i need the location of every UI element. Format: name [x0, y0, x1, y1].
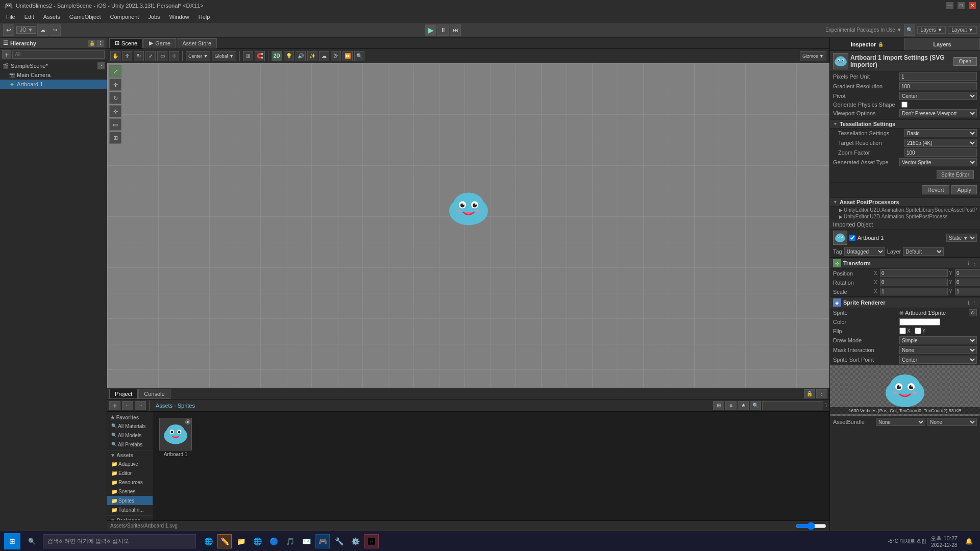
menu-assets[interactable]: Assets [39, 13, 64, 21]
hierarchy-more-icon[interactable]: ⋮ [96, 40, 104, 47]
bottom-tab-console[interactable]: Console [138, 389, 170, 399]
menu-help[interactable]: Help [194, 13, 214, 21]
taskbar-cortana[interactable]: 🌐 [201, 534, 215, 548]
project-search-input[interactable] [762, 401, 823, 410]
taskbar-app4[interactable]: 🔵 [266, 534, 281, 548]
pixels-per-unit-value[interactable] [899, 72, 977, 81]
proj-item-all-models[interactable]: 🔍 All Models [107, 431, 153, 440]
tab-asset-store[interactable]: Asset Store [177, 38, 217, 48]
tab-game[interactable]: ▶ Game [143, 38, 176, 48]
flip-x-label[interactable]: X [899, 328, 911, 334]
flip-x-checkbox[interactable] [899, 328, 906, 334]
proj-item-all-materials[interactable]: 🔍 All Materials [107, 421, 153, 431]
maximize-button[interactable]: □ [958, 2, 965, 9]
asset-post-item-1[interactable]: ▶ UnityEditor.U2D.Animation.SpriteLibrar… [830, 207, 980, 213]
rot-x-input[interactable] [880, 279, 948, 286]
pivot-select[interactable]: Center [899, 92, 977, 100]
scene-move-btn[interactable]: ✛ [122, 51, 132, 61]
scene-fog-btn[interactable]: 🌫 [331, 51, 341, 61]
generated-asset-select[interactable]: Vector Sprite [899, 158, 977, 166]
transform-info-btn[interactable]: ℹ [968, 261, 970, 266]
project-nav-back[interactable]: ← [122, 401, 133, 410]
cloud-button[interactable]: ☁ [37, 24, 48, 36]
proj-item-editor[interactable]: 📁 Editor [107, 468, 153, 478]
hier-item-samplescene[interactable]: 🎬 SampleScene* ⋮ [0, 61, 107, 70]
close-button[interactable]: ✕ [969, 2, 976, 9]
layers-tab[interactable]: Layers [905, 38, 980, 51]
scene-view[interactable]: ⤢ ✛ ↻ ⊹ ▭ ⊞ [107, 63, 829, 388]
draw-mode-select[interactable]: Simple [899, 336, 977, 344]
taskbar-app5[interactable]: 🎵 [283, 534, 297, 548]
scene-anim-btn[interactable]: ⏩ [342, 51, 353, 61]
scene-skybox-btn[interactable]: ☁ [319, 51, 329, 61]
proj-item-sprites[interactable]: 📁 Sprites [107, 496, 153, 505]
gradient-res-value[interactable] [899, 82, 977, 90]
scene-rotate-btn[interactable]: ↻ [134, 51, 144, 61]
taskbar-app2[interactable]: 📁 [234, 534, 248, 548]
bottom-tab-project[interactable]: Project [109, 389, 138, 399]
hier-item-maincamera[interactable]: 📷 Main Camera [0, 70, 107, 80]
scene-search-scene-btn[interactable]: 🔍 [354, 51, 364, 61]
taskbar-search-btn[interactable]: 🔍 [23, 533, 40, 549]
sprite-sort-point-value[interactable]: Center [899, 356, 977, 364]
breadcrumb-sprites[interactable]: Sprites [178, 403, 195, 409]
draw-mode-value[interactable]: Simple [899, 336, 977, 344]
scene-scale-btn[interactable]: ⤢ [145, 51, 156, 61]
taskbar-app6[interactable]: ✉️ [299, 534, 313, 548]
revert-button[interactable]: Revert [922, 185, 949, 194]
proj-item-adaptive[interactable]: 📁 Adaptive [107, 459, 153, 468]
taskbar-app1[interactable]: ✏️ [217, 534, 232, 548]
sprite-editor-button[interactable]: Sprite Editor [937, 170, 974, 179]
scale-x-input[interactable] [880, 288, 948, 295]
scene-tool-select[interactable]: ⤢ [109, 65, 121, 78]
scene-tool-custom[interactable]: ⊞ [109, 132, 121, 144]
project-view-btn[interactable]: ⊞ [713, 401, 724, 410]
hierarchy-search[interactable] [12, 51, 105, 59]
hierarchy-menu-icon[interactable]: ☰ [3, 40, 8, 46]
mask-interaction-select[interactable]: None [899, 346, 977, 354]
tab-scene[interactable]: ⊞ Scene [109, 38, 143, 48]
pos-x-input[interactable] [880, 269, 948, 277]
menu-component[interactable]: Component [106, 13, 143, 21]
asset-bundle-select-2[interactable]: None [927, 418, 977, 426]
step-button[interactable]: ⏭ [450, 24, 461, 36]
generate-physics-checkbox[interactable] [901, 102, 908, 108]
target-res-select[interactable]: 2160p (4K) [904, 139, 977, 147]
proj-item-tutorialin[interactable]: 📁 TutorialIn... [107, 505, 153, 514]
hier-scene-more[interactable]: ⋮ [97, 62, 105, 69]
menu-jobs[interactable]: Jobs [144, 13, 164, 21]
generated-asset-value[interactable]: Vector Sprite [899, 158, 977, 166]
proj-item-all-prefabs[interactable]: 🔍 All Prefabs [107, 440, 153, 449]
viewport-select[interactable]: Don't Preserve Viewport [899, 109, 977, 117]
apply-button[interactable]: Apply [951, 185, 977, 194]
scene-tool-rotate[interactable]: ↻ [109, 92, 121, 104]
hierarchy-lock-icon[interactable]: 🔒 [88, 40, 95, 47]
project-add-btn[interactable]: + [109, 401, 120, 410]
transform-header[interactable]: ⊹ Transform ℹ ⋮ [830, 257, 980, 269]
zoom-factor-input[interactable] [904, 148, 977, 157]
scene-grid-btn[interactable]: ⊞ [243, 51, 253, 61]
color-field[interactable] [899, 318, 977, 325]
minimize-button[interactable]: — [946, 2, 953, 9]
layers-dropdown[interactable]: Layers ▼ [917, 26, 946, 34]
bottom-lock-btn[interactable]: 🔒 [804, 389, 815, 398]
taskbar-search-box[interactable]: 검색하려면 여기에 입력하십시오 [43, 534, 196, 548]
undo-button[interactable]: ↩ [3, 24, 14, 36]
gradient-res-input[interactable] [899, 82, 977, 90]
hier-item-artboard1[interactable]: ◈ Artboard 1 [0, 80, 107, 89]
flip-y-checkbox[interactable] [915, 328, 921, 334]
scene-tool-rect[interactable]: ▭ [109, 118, 121, 131]
zoom-factor-value[interactable] [904, 148, 977, 157]
proj-item-resources[interactable]: 📁 Resources [107, 478, 153, 487]
bottom-more-btn[interactable]: ⋮ [816, 389, 827, 398]
scene-global-btn[interactable]: Global ▼ [212, 51, 236, 61]
file-item-artboard1[interactable]: ▶ Artboard 1 [157, 416, 194, 459]
taskbar-settings[interactable]: ⚙️ [348, 534, 362, 548]
hierarchy-add-button[interactable]: + [2, 50, 11, 59]
menu-edit[interactable]: Edit [20, 13, 38, 21]
zoom-slider[interactable] [796, 522, 826, 530]
file-play-btn[interactable]: ▶ [185, 419, 190, 424]
scale-y-input[interactable] [955, 288, 980, 295]
breadcrumb-assets[interactable]: Assets [156, 403, 173, 409]
obj-static-select[interactable]: Static ▼ [946, 234, 977, 242]
